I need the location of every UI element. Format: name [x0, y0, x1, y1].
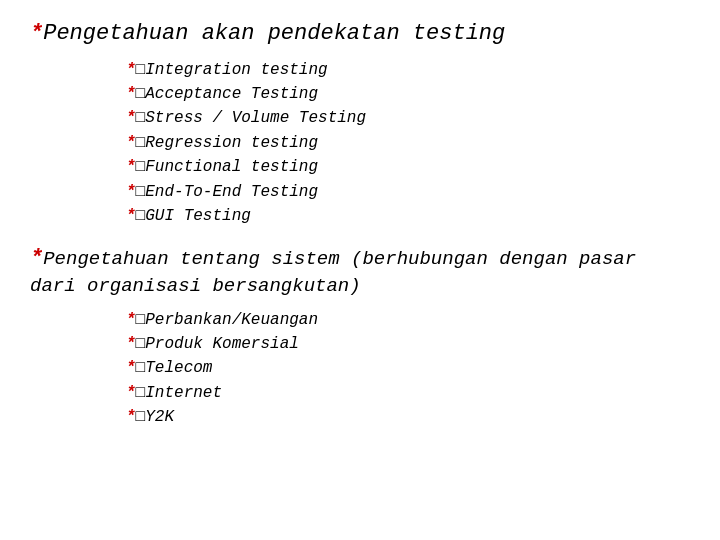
- sub-item-2-1: *□Perbankan/Keuangan: [126, 309, 690, 331]
- asterisk-1: *: [30, 21, 43, 46]
- sub-item-1-4: *□Regression testing: [126, 132, 690, 154]
- sub-item-1-1: *□Integration testing: [126, 59, 690, 81]
- main-heading-1: *Pengetahuan akan pendekatan testing: [30, 20, 690, 49]
- sub-item-2-5: *□Y2K: [126, 406, 690, 428]
- sub-item-1-5: *□Functional testing: [126, 156, 690, 178]
- sub-item-2-3: *□Telecom: [126, 357, 690, 379]
- main-heading-1-text: Pengetahuan akan pendekatan testing: [43, 21, 505, 46]
- main-heading-2: *Pengetahuan tentang sistem (berhubungan…: [30, 245, 690, 298]
- sub-item-1-3: *□Stress / Volume Testing: [126, 107, 690, 129]
- sub-item-1-2: *□Acceptance Testing: [126, 83, 690, 105]
- sub-item-2-2: *□Produk Komersial: [126, 333, 690, 355]
- slide-content: *Pengetahuan akan pendekatan testing *□I…: [30, 20, 690, 520]
- sub-item-2-4: *□Internet: [126, 382, 690, 404]
- sub-item-1-7: *□GUI Testing: [126, 205, 690, 227]
- sub-item-1-6: *□End-To-End Testing: [126, 181, 690, 203]
- sub-items-2-block: *□Perbankan/Keuangan *□Produk Komersial …: [78, 309, 690, 431]
- sub-items-1-block: *□Integration testing *□Acceptance Testi…: [78, 59, 690, 230]
- main-heading-2-text: Pengetahuan tentang sistem (berhubungan …: [30, 248, 636, 297]
- asterisk-2: *: [30, 246, 43, 271]
